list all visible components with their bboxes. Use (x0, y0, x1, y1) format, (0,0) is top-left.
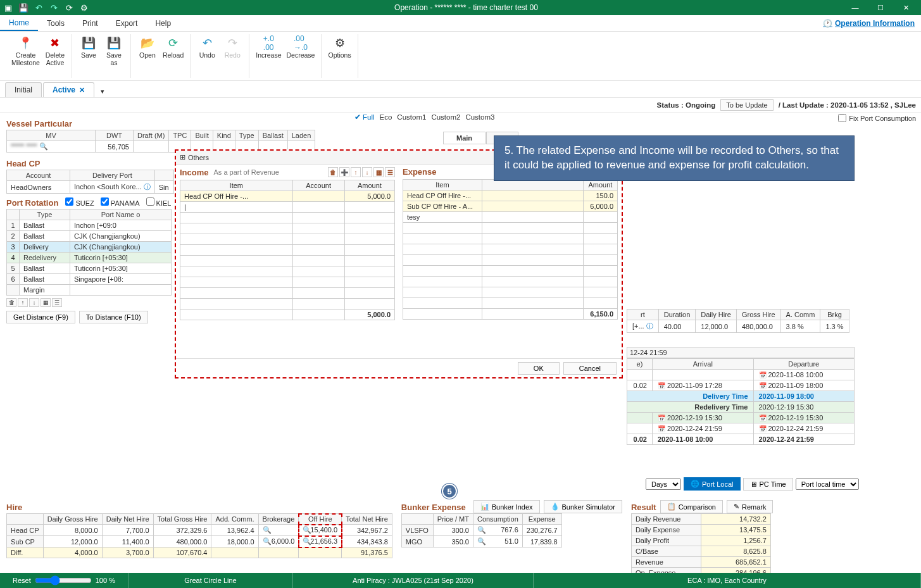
expense-item-cell[interactable]: Sub CP Off Hire - A... (403, 201, 482, 212)
qat-refresh-icon[interactable]: ⟳ (63, 2, 75, 13)
route-mode[interactable]: Great Circle Line (128, 573, 293, 588)
view-custom1[interactable]: Custom1 (397, 113, 426, 121)
create-milestone-button[interactable]: 📍Create Milestone (9, 34, 42, 68)
port-cell[interactable]: Inchon [+09:0 (70, 220, 172, 231)
calendar-icon[interactable]: 📅 (658, 382, 665, 389)
popup-expense-table[interactable]: ItemAmount Head CP Off Hire -...150.0 Su… (403, 179, 618, 320)
move-down-icon[interactable]: ↓ (29, 298, 39, 307)
maximize-button[interactable]: ☐ (868, 0, 893, 15)
type-cell[interactable]: Ballast (20, 263, 70, 274)
departure-cell[interactable]: 📅2020-11-09 18:00 (753, 380, 855, 391)
list-icon[interactable]: ☰ (52, 298, 62, 307)
view-custom2[interactable]: Custom2 (431, 113, 460, 121)
info-icon[interactable]: ⓘ (144, 183, 151, 191)
delete-row-icon[interactable]: 🗑 (6, 298, 16, 307)
port-cell[interactable]: Tuticorin [+05:30] (70, 263, 172, 274)
search-icon[interactable]: 🔍 (477, 537, 485, 546)
expense-item-cell[interactable]: Head CP Off Hire -... (403, 191, 482, 201)
down-icon[interactable]: ↓ (362, 167, 372, 177)
income-amt-cell[interactable]: 5,000.0 (344, 191, 394, 202)
search-icon[interactable]: 🔍 (263, 537, 270, 546)
mv-cell[interactable]: ***** **** 🔍 (7, 141, 96, 153)
calendar-icon[interactable]: 📅 (759, 372, 767, 378)
calendar-icon[interactable]: 📅 (759, 425, 767, 432)
port-cell[interactable] (70, 285, 172, 296)
delete-icon[interactable]: 🗑 (328, 167, 338, 177)
arrival-cell[interactable] (653, 370, 754, 380)
days-select[interactable]: Days (646, 479, 681, 490)
departure-cell[interactable]: 📅2020-12-24 21:59 (753, 423, 855, 434)
remark-button[interactable]: ✎ Remark (727, 500, 774, 513)
port-cell[interactable]: Singapore [+08: (70, 274, 172, 285)
popup-income-table[interactable]: ItemAccountAmount Head CP Off Hire -...5… (180, 180, 395, 320)
rt-cell[interactable]: [+... ⓘ (627, 320, 659, 333)
minimize-button[interactable]: — (843, 0, 868, 15)
save-button[interactable]: 💾Save (76, 34, 101, 68)
panama-checkbox[interactable]: PANAMA (101, 197, 140, 207)
calendar-icon[interactable]: 📅 (759, 382, 767, 389)
kiel-checkbox[interactable]: KIEL (146, 197, 172, 207)
bunker-index-button[interactable]: 📊 Bunker Index (473, 500, 540, 513)
type-cell[interactable]: Ballast (20, 220, 70, 231)
menu-print[interactable]: Print (73, 15, 107, 31)
income-item-cell[interactable]: Head CP Off Hire -... (180, 191, 293, 202)
open-button[interactable]: 📂Open (135, 34, 160, 61)
menu-export[interactable]: Export (107, 15, 147, 31)
delivery-port-cell[interactable]: Inchon <South Kore... ⓘ (70, 181, 155, 194)
ok-button[interactable]: OK (518, 362, 560, 375)
fix-port-checkbox[interactable]: Fix Port Consumption (838, 114, 916, 122)
type-cell[interactable]: Redelivery (20, 253, 70, 263)
income-edit-cell[interactable]: | (180, 202, 293, 213)
redo-button[interactable]: ↷Redo (220, 34, 245, 61)
search-icon[interactable]: 🔍 (39, 142, 47, 151)
info-icon[interactable]: ⓘ (646, 322, 653, 330)
search-icon[interactable]: 🔍 (263, 526, 270, 534)
qat-redo-icon[interactable]: ↷ (48, 2, 60, 13)
up-icon[interactable]: ↑ (351, 167, 361, 177)
departure-cell[interactable]: 📅2020-11-08 10:00 (753, 370, 855, 380)
search-icon[interactable]: 🔍 (303, 537, 310, 546)
increase-button[interactable]: +.0.00Increase (253, 34, 284, 61)
port-cell[interactable]: CJK (Changjiangkou) (70, 231, 172, 242)
qat-save-icon[interactable]: 💾 (18, 2, 29, 13)
to-distance-button[interactable]: To Distance (F10) (79, 311, 148, 323)
expense-item-cell[interactable]: tesy (403, 212, 482, 223)
comparison-button[interactable]: 📋 Comparison (660, 500, 723, 513)
grid-icon[interactable]: ▦ (373, 167, 384, 177)
tab-dropdown[interactable]: ▾ (96, 86, 110, 97)
off-hire-cell[interactable] (299, 547, 342, 558)
save-as-button[interactable]: 💾Save as (101, 34, 127, 68)
anti-piracy[interactable]: Anti Piracy : JWLA025 (21st Sep 2020) (293, 573, 534, 588)
zoom-slider[interactable] (35, 575, 92, 585)
close-icon[interactable]: ✕ (79, 86, 85, 94)
port-rotation-table[interactable]: TypePort Name o 1BallastInchon [+09:02Ba… (6, 209, 172, 296)
type-cell[interactable]: Delivery (20, 242, 70, 253)
tab-active[interactable]: Active✕ (43, 82, 94, 97)
type-cell[interactable]: Ballast (20, 231, 70, 242)
menu-tools[interactable]: Tools (38, 15, 73, 31)
operation-information-link[interactable]: 🕐 Operation Information (817, 15, 921, 31)
tab-main[interactable]: Main (443, 132, 486, 144)
type-cell[interactable]: Margin (20, 285, 70, 296)
cancel-button[interactable]: Cancel (563, 362, 617, 375)
calendar-icon[interactable]: 📅 (658, 425, 665, 432)
menu-home[interactable]: Home (0, 15, 38, 31)
search-icon[interactable]: 🔍 (303, 526, 310, 534)
decrease-button[interactable]: .00→.0Decrease (284, 34, 318, 61)
reset-zoom[interactable]: Reset 100 % (0, 573, 128, 588)
pc-time-button[interactable]: 🖥 PC Time (743, 478, 793, 491)
tab-initial[interactable]: Initial (5, 82, 42, 97)
arrival-cell[interactable]: 📅2020-11-09 17:28 (653, 380, 754, 391)
list-icon[interactable]: ☰ (385, 167, 395, 177)
move-up-icon[interactable]: ↑ (18, 298, 28, 307)
view-full[interactable]: ✔ Full (354, 113, 375, 122)
options-button[interactable]: ⚙Options (325, 34, 353, 61)
qat-undo-icon[interactable]: ↶ (33, 2, 44, 13)
arrival-cell[interactable]: 📅2020-12-24 21:59 (653, 423, 754, 434)
menu-help[interactable]: Help (146, 15, 180, 31)
eca[interactable]: ECA : IMO, Each Country (534, 573, 921, 588)
off-hire-cell[interactable]: 🔍21,656.3 (299, 536, 342, 547)
arrival-cell[interactable]: 📅2020-12-19 15:30 (653, 413, 754, 423)
qat-gear-icon[interactable]: ⚙ (78, 2, 90, 13)
calendar-icon[interactable]: 📅 (759, 415, 767, 422)
